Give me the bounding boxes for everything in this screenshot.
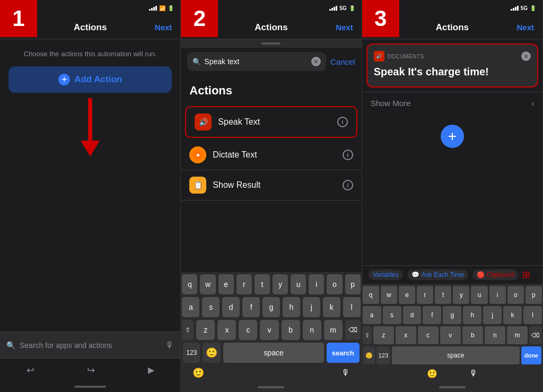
nav-next-3[interactable]: Next [516, 23, 534, 32]
kb3-key-emoji[interactable]: 🙂 [363, 346, 375, 364]
emoji-icon-2[interactable]: 🙂 [192, 367, 204, 379]
kb3-key-delete[interactable]: ⌫ [529, 326, 542, 344]
action-item-speak-text[interactable]: 🔊 Speak Text i [186, 107, 356, 137]
kb3-key-o[interactable]: o [507, 286, 524, 304]
speak-card-text[interactable]: Speak It's charge time! [374, 66, 531, 78]
key-t[interactable]: t [255, 274, 270, 294]
kb3-row-4: 🙂 123 space done [363, 346, 542, 364]
speak-text-info-button[interactable]: i [337, 117, 348, 127]
kb3-key-d[interactable]: d [403, 306, 422, 324]
kb3-key-g[interactable]: g [443, 306, 461, 324]
drag-bar [261, 42, 281, 45]
key-space[interactable]: space [223, 343, 323, 363]
key-e[interactable]: e [218, 274, 234, 294]
kb3-key-q[interactable]: q [363, 286, 379, 304]
key-search[interactable]: search [327, 343, 360, 363]
kb3-key-m[interactable]: m [507, 326, 528, 344]
step-badge-1: 1 [0, 0, 37, 37]
key-h[interactable]: h [283, 297, 300, 317]
key-j[interactable]: j [303, 297, 320, 317]
mic-icon-2[interactable]: 🎙 [341, 368, 350, 378]
key-emoji[interactable]: 🙂 [203, 343, 221, 363]
key-f[interactable]: f [242, 297, 260, 317]
cancel-button[interactable]: Cancel [330, 57, 355, 66]
redo-icon[interactable]: ↪ [87, 364, 95, 376]
nav-next-1[interactable]: Next [155, 23, 172, 32]
mic-icon-3[interactable]: 🎙 [469, 369, 478, 378]
kb3-key-n[interactable]: n [485, 326, 505, 344]
keyboard-area-3: q w e r t y u i o p a s d f g h j k [362, 284, 542, 382]
kb3-key-t[interactable]: t [435, 286, 451, 304]
add-action-plus-button[interactable]: + [441, 125, 464, 148]
key-d[interactable]: d [222, 297, 240, 317]
play-icon[interactable]: ▶ [148, 365, 154, 375]
action-item-show-result[interactable]: 📋 Show Result i [181, 170, 361, 201]
battery-icon-1: 🔋 [168, 5, 174, 11]
speak-card-close-button[interactable]: ✕ [521, 51, 531, 61]
key-delete[interactable]: ⌫ [345, 320, 361, 340]
emoji-icon-3[interactable]: 🙂 [427, 369, 437, 379]
kb3-key-l[interactable]: l [523, 306, 542, 324]
key-l[interactable]: l [343, 297, 361, 317]
clipboard-pill[interactable]: 🔴 Clipboard [472, 269, 518, 280]
kb3-key-i[interactable]: i [489, 286, 506, 304]
kb3-key-space[interactable]: space [392, 346, 520, 364]
kb3-key-h[interactable]: h [463, 306, 481, 324]
clear-search-button[interactable]: ✕ [311, 57, 321, 66]
ask-each-time-pill[interactable]: 💬 Ask Each Time [407, 269, 468, 280]
key-c[interactable]: c [239, 320, 257, 340]
kb3-key-shift[interactable]: ⇧ [363, 326, 372, 344]
key-m[interactable]: m [324, 320, 343, 340]
kb3-key-w[interactable]: w [381, 286, 397, 304]
key-x[interactable]: x [217, 320, 236, 340]
mic-icon-1[interactable]: 🎙 [165, 341, 174, 350]
kb3-key-u[interactable]: u [471, 286, 487, 304]
bottom-search-bar[interactable]: 🔍 Search for apps and actions 🎙 [0, 332, 180, 358]
key-y[interactable]: y [273, 274, 288, 294]
key-s[interactable]: s [202, 297, 220, 317]
kb3-key-s[interactable]: s [383, 306, 401, 324]
variables-pill[interactable]: Variables [369, 269, 403, 280]
kb3-key-v[interactable]: v [440, 326, 461, 344]
key-n[interactable]: n [303, 320, 321, 340]
key-g[interactable]: g [262, 297, 280, 317]
home-indicator-1 [0, 381, 180, 392]
kb3-key-e[interactable]: e [399, 286, 415, 304]
key-r[interactable]: r [237, 274, 252, 294]
key-a[interactable]: a [182, 297, 199, 317]
kb3-key-y[interactable]: y [453, 286, 469, 304]
key-k[interactable]: k [323, 297, 340, 317]
kb3-key-done[interactable]: done [521, 346, 541, 364]
nav-next-2[interactable]: Next [336, 23, 353, 32]
5g-badge-3: 5G [521, 5, 528, 11]
key-o[interactable]: o [327, 274, 342, 294]
key-p[interactable]: p [345, 274, 361, 294]
undo-icon[interactable]: ↩ [27, 364, 34, 376]
kb3-key-x[interactable]: x [396, 326, 416, 344]
kb3-key-r[interactable]: r [417, 286, 433, 304]
kb3-key-a[interactable]: a [363, 306, 381, 324]
kb3-key-f[interactable]: f [423, 306, 441, 324]
key-123[interactable]: 123 [183, 343, 200, 363]
kb3-key-b[interactable]: b [462, 326, 483, 344]
key-i[interactable]: i [309, 274, 324, 294]
search-field[interactable]: 🔍 Speak text ✕ [187, 52, 326, 71]
show-more-row[interactable]: Show More › [362, 92, 542, 114]
show-result-info-button[interactable]: i [343, 180, 353, 190]
key-q[interactable]: q [182, 274, 197, 294]
key-v[interactable]: v [260, 320, 278, 340]
dictate-text-info-button[interactable]: i [343, 150, 353, 160]
key-w[interactable]: w [200, 274, 215, 294]
key-b[interactable]: b [282, 320, 300, 340]
kb3-key-c[interactable]: c [418, 326, 439, 344]
kb3-key-k[interactable]: k [503, 306, 522, 324]
key-shift[interactable]: ⇧ [182, 320, 194, 340]
kb3-key-z[interactable]: z [373, 326, 394, 344]
kb3-key-j[interactable]: j [483, 306, 502, 324]
key-u[interactable]: u [291, 274, 306, 294]
key-z[interactable]: z [196, 320, 215, 340]
add-action-button[interactable]: + Add Action [8, 66, 172, 93]
kb3-key-123[interactable]: 123 [376, 346, 390, 364]
kb3-key-p[interactable]: p [526, 286, 542, 304]
action-item-dictate-text[interactable]: ● Dictate Text i [181, 140, 361, 170]
